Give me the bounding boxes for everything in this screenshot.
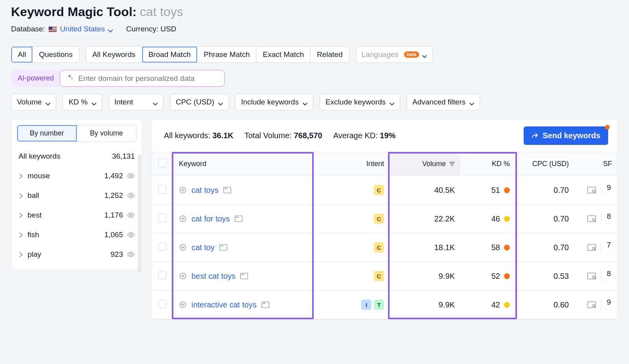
serp-preview-icon[interactable] — [223, 187, 231, 194]
keywords-table: Keyword Intent Volume KD % CPC (USD) SF — [151, 152, 618, 319]
tab-broad-match[interactable]: Broad Match — [142, 47, 198, 62]
divider — [601, 213, 601, 224]
primary-tabs: All Questions — [11, 46, 79, 63]
table-row: interactive cat toys IT 9.9K 42 0.60 9- … — [151, 291, 618, 319]
chevron-down-icon — [46, 100, 50, 104]
col-volume[interactable]: Volume — [390, 152, 460, 176]
select-all-checkbox[interactable] — [158, 159, 167, 167]
serp-preview-icon[interactable] — [261, 301, 269, 308]
serp-preview-icon[interactable] — [219, 244, 227, 251]
kd-value: 58 — [491, 243, 500, 252]
sidebar-all-keywords[interactable]: All keywords 36,131 — [11, 146, 142, 166]
filter-advanced[interactable]: Advanced filters — [406, 94, 480, 110]
send-keywords-button[interactable]: Send keywords — [524, 126, 608, 145]
filter-include-keywords[interactable]: Include keywords — [235, 94, 313, 110]
keyword-link[interactable]: best cat toys — [191, 272, 235, 281]
col-cpc[interactable]: CPC (USD) — [515, 152, 574, 176]
row-checkbox[interactable] — [158, 185, 167, 194]
languages-dropdown[interactable]: Languages beta — [356, 46, 433, 63]
ai-domain-input-wrap[interactable] — [60, 70, 225, 87]
col-intent[interactable]: Intent — [335, 152, 390, 176]
sidebar-group-item[interactable]: play 923 — [11, 245, 142, 264]
filter-intent[interactable]: Intent — [109, 94, 164, 110]
svg-rect-6 — [224, 187, 231, 193]
chevron-down-icon — [390, 100, 394, 104]
chevron-right-icon — [18, 174, 24, 179]
chevron-down-icon — [422, 52, 427, 57]
keyword-link[interactable]: cat toy — [191, 243, 215, 252]
filter-kd[interactable]: KD % — [63, 94, 102, 110]
divider — [601, 185, 601, 196]
sidebar-scrollbar[interactable] — [138, 155, 141, 273]
sidebar-sort-tabs: By number By volume — [17, 125, 136, 142]
share-icon — [532, 132, 539, 139]
serp-features-icon[interactable] — [587, 301, 596, 308]
cpc-cell: 0.70 — [515, 205, 574, 233]
tab-all-keywords[interactable]: All Keywords — [86, 47, 142, 62]
row-checkbox[interactable] — [158, 271, 167, 280]
sidebar-group-count: 923 — [110, 250, 123, 259]
serp-features-icon[interactable] — [587, 273, 596, 280]
sf-count: 8 — [607, 270, 611, 277]
eye-icon[interactable] — [127, 192, 135, 199]
filter-cpc[interactable]: CPC (USD) — [170, 94, 229, 110]
beta-badge: beta — [404, 51, 419, 58]
sidebar-group-item[interactable]: best 1,176 — [11, 205, 142, 225]
sidebar-group-label: fish — [28, 230, 39, 239]
row-checkbox[interactable] — [158, 242, 167, 251]
volume-cell: 22.2K — [390, 205, 460, 233]
eye-icon[interactable] — [127, 211, 135, 219]
tab-exact-match[interactable]: Exact Match — [256, 47, 311, 62]
svg-point-27 — [592, 276, 595, 278]
serp-preview-icon[interactable] — [235, 215, 243, 222]
cpc-cell: 0.70 — [515, 233, 574, 262]
add-icon[interactable] — [179, 301, 187, 309]
serp-features-icon[interactable] — [587, 215, 596, 222]
tab-questions[interactable]: Questions — [33, 47, 79, 62]
database-selector[interactable]: Database: United States — [11, 25, 113, 33]
keyword-link[interactable]: cat for toys — [191, 214, 230, 223]
filter-volume[interactable]: Volume — [11, 94, 56, 110]
tab-related[interactable]: Related — [311, 47, 349, 62]
sidebar-by-volume[interactable]: By volume — [77, 125, 136, 141]
add-icon[interactable] — [179, 186, 187, 194]
sidebar-group-item[interactable]: ball 1,252 — [11, 186, 142, 205]
ai-domain-input[interactable] — [77, 74, 219, 83]
volume-cell: 9.9K — [390, 262, 460, 291]
add-icon[interactable] — [179, 215, 187, 223]
eye-icon[interactable] — [127, 231, 135, 239]
tab-phrase-match[interactable]: Phrase Match — [197, 47, 256, 62]
intent-badge: C — [374, 271, 384, 281]
add-icon[interactable] — [179, 272, 187, 280]
keyword-link[interactable]: interactive cat toys — [191, 300, 257, 309]
serp-preview-icon[interactable] — [240, 273, 248, 280]
sidebar-group-item[interactable]: fish 1,065 — [11, 225, 142, 245]
intent-badge: I — [361, 300, 372, 310]
summary-stats: All keywords: 36.1K Total Volume: 768,57… — [164, 131, 395, 140]
svg-rect-12 — [235, 216, 242, 222]
intent-badge: C — [374, 242, 384, 252]
add-icon[interactable] — [179, 243, 187, 251]
sidebar-by-number[interactable]: By number — [17, 125, 77, 141]
filter-exclude-keywords[interactable]: Exclude keywords — [320, 94, 400, 110]
serp-features-icon[interactable] — [587, 187, 596, 194]
keyword-link[interactable]: cat toys — [191, 186, 219, 195]
sf-count: 7 — [607, 241, 611, 249]
sidebar-group-item[interactable]: mouse 1,492 — [11, 166, 142, 186]
row-checkbox[interactable] — [158, 214, 167, 222]
currency-label: Currency: — [126, 25, 158, 33]
col-sf[interactable]: SF — [574, 152, 618, 176]
serp-features-icon[interactable] — [587, 244, 596, 251]
chevron-down-icon — [303, 100, 307, 104]
svg-point-33 — [592, 305, 595, 307]
sidebar-group-count: 1,176 — [104, 211, 123, 219]
row-checkbox[interactable] — [158, 300, 167, 308]
sparkle-icon — [66, 73, 74, 83]
svg-rect-19 — [221, 245, 223, 247]
intent-badge: T — [374, 300, 384, 310]
eye-icon[interactable] — [127, 251, 135, 258]
col-kd[interactable]: KD % — [460, 152, 515, 176]
col-keyword[interactable]: Keyword — [173, 152, 335, 176]
eye-icon[interactable] — [127, 172, 135, 180]
tab-all[interactable]: All — [11, 47, 33, 62]
